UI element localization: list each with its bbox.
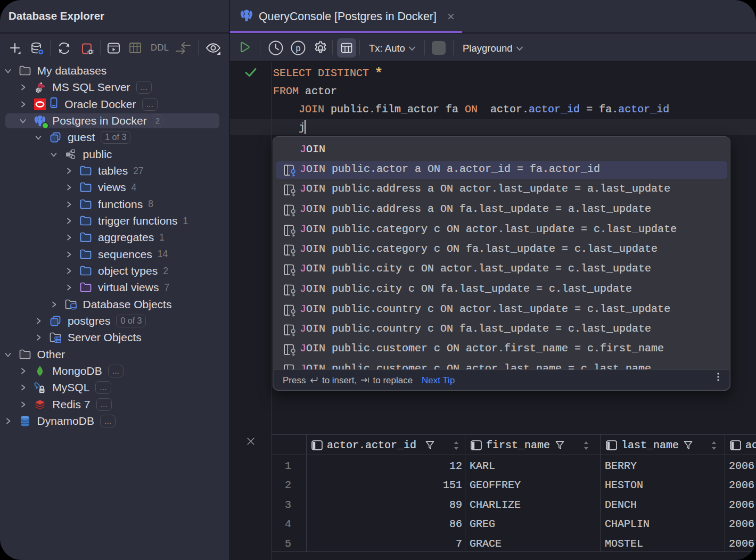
svg-text:p: p (296, 44, 301, 53)
